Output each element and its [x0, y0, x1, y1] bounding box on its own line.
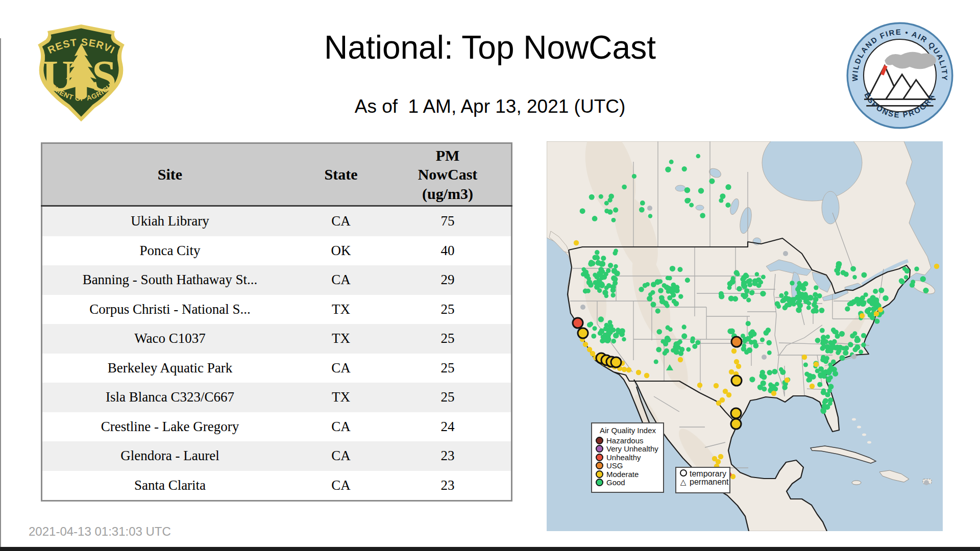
- moderate-monitor-dot: [622, 367, 627, 372]
- good-monitor-dot: [745, 274, 749, 278]
- good-monitor-dot: [640, 201, 645, 206]
- good-monitor-dot: [767, 370, 773, 375]
- good-monitor-dot: [660, 339, 665, 344]
- good-monitor-dot: [603, 326, 608, 331]
- good-monitor-dot: [838, 345, 843, 350]
- good-monitor-dot: [607, 209, 612, 214]
- moderate-monitor-dot: [697, 383, 702, 388]
- moderate-monitor-dot: [716, 459, 721, 464]
- good-monitor-dot: [823, 359, 828, 364]
- good-monitor-dot: [761, 381, 766, 386]
- table-row: Ponca CityOK40: [42, 236, 512, 266]
- good-monitor-dot: [684, 198, 690, 204]
- good-monitor-dot: [681, 333, 687, 339]
- good-monitor-dot: [596, 256, 600, 260]
- aqi-color-dot-icon: [596, 437, 603, 444]
- good-monitor-dot: [616, 330, 621, 335]
- good-monitor-dot: [611, 293, 616, 297]
- table-row: Glendora - LaurelCA23: [42, 441, 512, 471]
- good-monitor-dot: [729, 329, 734, 334]
- good-monitor-dot: [852, 347, 857, 352]
- good-monitor-dot: [592, 216, 598, 221]
- site-cell: Corpus Christi - National S...: [42, 295, 298, 324]
- moderate-monitor-dot: [810, 384, 815, 389]
- moderate-monitor-dot: [860, 313, 865, 318]
- good-monitor-dot: [760, 291, 766, 296]
- site-cell: Isla Blanca C323/C667: [42, 383, 298, 412]
- site-cell: Crestline - Lake Gregory: [42, 412, 298, 442]
- good-monitor-dot: [602, 337, 608, 342]
- good-monitor-dot: [819, 308, 825, 313]
- good-monitor-dot: [832, 371, 838, 377]
- good-monitor-dot: [677, 267, 682, 272]
- good-monitor-dot: [775, 382, 779, 386]
- good-monitor-dot: [597, 272, 603, 278]
- value-cell: 25: [384, 354, 512, 383]
- good-monitor-dot: [792, 302, 796, 307]
- good-monitor-dot: [666, 325, 670, 330]
- moderate-monitor-dot: [734, 359, 739, 364]
- good-monitor-dot: [817, 382, 822, 387]
- good-monitor-dot: [790, 281, 794, 285]
- good-monitor-dot: [684, 187, 691, 193]
- aqi-legend-item: Good: [596, 479, 660, 487]
- good-monitor-dot: [874, 319, 879, 324]
- value-cell: 29: [384, 265, 512, 295]
- aqi-legend-item: USG: [596, 462, 660, 470]
- good-monitor-dot: [869, 298, 874, 304]
- good-monitor-dot: [772, 369, 778, 374]
- inactive-monitor-dot: [580, 305, 585, 310]
- temporary-monitor-marker: [731, 408, 741, 418]
- good-monitor-dot: [686, 347, 691, 352]
- good-monitor-dot: [821, 390, 826, 395]
- good-monitor-dot: [861, 342, 866, 347]
- marker-type-legend: temporary △ permanent: [675, 467, 730, 493]
- aqi-color-dot-icon: [596, 445, 603, 453]
- good-monitor-dot: [781, 297, 787, 303]
- good-monitor-dot: [622, 337, 626, 342]
- good-monitor-dot: [593, 326, 597, 331]
- good-monitor-dot: [678, 339, 682, 344]
- good-monitor-dot: [764, 330, 769, 336]
- state-cell: CA: [298, 206, 384, 236]
- value-cell: 25: [384, 295, 512, 324]
- good-monitor-dot: [658, 288, 664, 293]
- inactive-monitor-dot: [851, 354, 856, 359]
- aqi-legend-label: Unhealthy: [606, 453, 641, 462]
- good-monitor-dot: [746, 298, 751, 303]
- moderate-monitor-dot: [736, 364, 741, 369]
- aqi-legend-label: Hazardous: [606, 436, 644, 445]
- good-monitor-dot: [743, 293, 748, 298]
- good-monitor-dot: [752, 339, 757, 344]
- table-row: Berkeley Aquatic ParkCA25: [42, 354, 512, 383]
- temporary-monitor-marker: [578, 328, 588, 338]
- state-cell: CA: [298, 354, 384, 383]
- good-monitor-dot: [766, 340, 772, 346]
- good-monitor-dot: [591, 334, 596, 339]
- good-monitor-dot: [674, 288, 680, 293]
- good-monitor-dot: [787, 303, 792, 307]
- good-monitor-dot: [654, 359, 658, 364]
- value-cell: 23: [384, 471, 512, 501]
- good-monitor-dot: [606, 268, 610, 273]
- good-monitor-dot: [743, 339, 747, 343]
- good-monitor-dot: [682, 166, 687, 171]
- good-monitor-dot: [758, 280, 763, 285]
- value-cell: 40: [384, 236, 512, 266]
- state-cell: TX: [298, 383, 384, 412]
- moderate-monitor-dot: [729, 369, 734, 374]
- good-monitor-dot: [656, 329, 662, 335]
- good-monitor-dot: [904, 275, 908, 279]
- bottom-black-bar: [0, 547, 980, 551]
- aqi-legend-item: Very Unhealthy: [596, 445, 660, 454]
- legend-row-temporary: temporary: [679, 470, 726, 478]
- site-cell: Glendora - Laurel: [42, 441, 298, 471]
- good-monitor-dot: [668, 276, 672, 281]
- good-monitor-dot: [865, 308, 870, 312]
- good-monitor-dot: [607, 198, 612, 203]
- aqi-legend-item: Moderate: [596, 470, 660, 479]
- good-monitor-dot: [839, 331, 845, 337]
- good-monitor-dot: [871, 306, 876, 312]
- moderate-monitor-dot: [878, 307, 883, 312]
- good-monitor-dot: [645, 282, 649, 286]
